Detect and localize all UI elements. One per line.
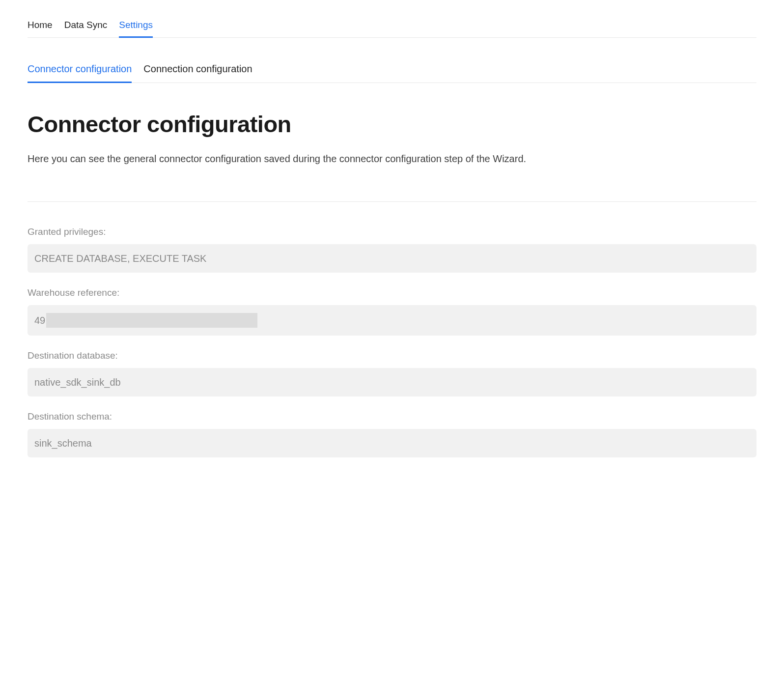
field-label-destination-schema: Destination schema: bbox=[28, 411, 756, 422]
field-destination-database: Destination database: native_sdk_sink_db bbox=[28, 350, 756, 396]
field-granted-privileges: Granted privileges: CREATE DATABASE, EXE… bbox=[28, 226, 756, 273]
page-title: Connector configuration bbox=[28, 111, 756, 138]
tab-home[interactable]: Home bbox=[28, 15, 53, 37]
field-warehouse-reference: Warehouse reference: 49 bbox=[28, 287, 756, 336]
sub-nav-tabs: Connector configuration Connection confi… bbox=[28, 58, 756, 83]
tab-connection-configuration[interactable]: Connection configuration bbox=[143, 58, 252, 83]
tab-data-sync[interactable]: Data Sync bbox=[64, 15, 108, 37]
field-label-granted-privileges: Granted privileges: bbox=[28, 226, 756, 237]
field-value-warehouse-reference: 49 bbox=[28, 305, 756, 336]
section-divider bbox=[28, 201, 756, 202]
field-label-destination-database: Destination database: bbox=[28, 350, 756, 361]
top-nav-tabs: Home Data Sync Settings bbox=[28, 15, 756, 38]
tab-settings[interactable]: Settings bbox=[119, 15, 153, 37]
field-label-warehouse-reference: Warehouse reference: bbox=[28, 287, 756, 298]
redacted-block bbox=[46, 313, 257, 328]
field-destination-schema: Destination schema: sink_schema bbox=[28, 411, 756, 457]
field-value-granted-privileges: CREATE DATABASE, EXECUTE TASK bbox=[28, 244, 756, 273]
tab-connector-configuration[interactable]: Connector configuration bbox=[28, 58, 132, 83]
page-description: Here you can see the general connector c… bbox=[28, 151, 756, 166]
warehouse-reference-prefix: 49 bbox=[34, 315, 45, 326]
field-value-destination-schema: sink_schema bbox=[28, 429, 756, 457]
field-value-destination-database: native_sdk_sink_db bbox=[28, 368, 756, 396]
